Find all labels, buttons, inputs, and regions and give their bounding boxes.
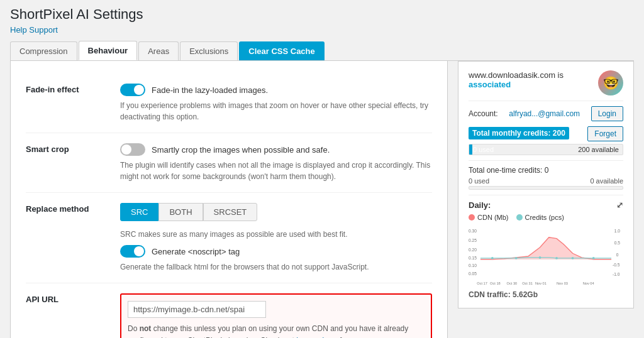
svg-text:0.5: 0.5 [614, 241, 621, 245]
smart-crop-toggle[interactable] [120, 143, 145, 156]
svg-text:Nov 03: Nov 03 [557, 281, 568, 285]
replace-method-row: Replace method SRC BOTH SRCSET SRC makes… [26, 193, 432, 283]
tab-behaviour[interactable]: Behaviour [79, 41, 138, 60]
replace-method-label: Replace method [26, 203, 108, 214]
svg-point-17 [592, 257, 595, 259]
daily-chart: 0.30 0.25 0.20 0.15 0.10 0.05 1.0 0.5 0 … [469, 225, 623, 288]
replace-method-content: SRC BOTH SRCSET SRC makes sure as many i… [120, 203, 432, 273]
svg-point-16 [572, 257, 574, 259]
monthly-credits-bar: 0 used 200 available [469, 144, 623, 155]
svg-text:-1.0: -1.0 [613, 272, 620, 276]
fade-in-label: Fade-in effect [26, 84, 108, 94]
account-row: Account: alfryad...@gmail.com Login [469, 106, 623, 121]
smart-crop-extra-desc: The plugin will identify cases when not … [120, 160, 432, 182]
settings-panel: Fade-in effect Fade-in the lazy-loaded i… [10, 61, 448, 338]
avatar: 🤓 [598, 70, 623, 95]
svg-text:0: 0 [616, 253, 619, 257]
account-email-link[interactable]: alfryad...@gmail.com [509, 109, 580, 118]
svg-text:0.10: 0.10 [469, 263, 477, 268]
api-url-label: API URL [26, 293, 108, 304]
divider-2 [469, 160, 623, 161]
page-title: ShortPixel AI Settings [10, 6, 634, 23]
smart-crop-content: Smartly crop the images when possible an… [120, 143, 432, 182]
monthly-credits-section: Total monthly credits: 200 Forget 0 used… [469, 126, 623, 155]
smart-crop-label: Smart crop [26, 143, 108, 154]
api-url-row: API URL Do not change this unless you pl… [26, 283, 432, 338]
svg-text:0.25: 0.25 [469, 238, 477, 243]
noscript-label: Generate <noscript> tag [152, 247, 240, 256]
onetime-credits-label: Total one-time credits: 0 [469, 166, 623, 175]
smart-crop-row: Smart crop Smartly crop the images when … [26, 133, 432, 193]
fade-in-extra-desc: If you experience problems with images t… [120, 100, 432, 123]
cdn-traffic-label: CDN traffic: [469, 290, 511, 299]
onetime-credits-bar [469, 186, 623, 190]
legend-cdn-dot [469, 214, 475, 221]
divider-1 [469, 101, 623, 101]
svg-text:Oct 30: Oct 30 [507, 281, 518, 285]
legend-cdn: CDN (Mb) [469, 214, 509, 221]
legend-credits-dot [516, 214, 523, 221]
tab-exclusions[interactable]: Exclusions [180, 41, 238, 60]
api-url-content: Do not change this unless you plan on us… [120, 293, 432, 338]
fade-in-row: Fade-in effect Fade-in the lazy-loaded i… [26, 74, 432, 133]
chart-legend: CDN (Mb) Credits (pcs) [469, 214, 623, 221]
smart-crop-main-desc: Smartly crop the images when possible an… [152, 145, 330, 155]
site-status: associated [469, 80, 511, 89]
onetime-used: 0 used [469, 177, 489, 185]
api-url-input[interactable] [128, 301, 266, 318]
legend-credits-label: Credits (pcs) [525, 214, 564, 221]
fade-in-main-desc: Fade-in the lazy-loaded images. [152, 85, 268, 95]
onetime-available: 0 available [590, 177, 623, 185]
noscript-desc: Generate the fallback html for the brows… [120, 261, 432, 273]
expand-chart-icon[interactable]: ⤢ [616, 200, 623, 210]
noscript-toggle[interactable] [120, 245, 145, 258]
monthly-credits-available: 200 available [575, 146, 621, 153]
fade-in-toggle[interactable] [120, 84, 145, 96]
api-url-box: Do not change this unless you plan on us… [120, 293, 432, 338]
login-button[interactable]: Login [591, 106, 623, 121]
fade-in-content: Fade-in the lazy-loaded images. If you e… [120, 84, 432, 123]
account-label: Account: [469, 109, 498, 118]
svg-text:-0.5: -0.5 [613, 263, 620, 267]
site-name: www.downloadasik.com is [469, 70, 564, 80]
replace-method-group: SRC BOTH SRCSET [120, 203, 432, 221]
tabs-bar: Compression Behaviour Areas Exclusions C… [10, 41, 634, 61]
site-info: www.downloadasik.com is associated 🤓 [469, 70, 623, 95]
onetime-credits-section: Total one-time credits: 0 0 used 0 avail… [469, 166, 623, 190]
tab-compression[interactable]: Compression [10, 41, 77, 60]
monthly-credits-used: 0 used [470, 146, 496, 153]
daily-label-text: Daily: [469, 200, 491, 210]
help-support-link[interactable]: Help Support [10, 25, 634, 35]
sidebar: www.downloadasik.com is associated 🤓 Acc… [458, 61, 634, 338]
svg-text:Oct 18: Oct 18 [490, 281, 501, 285]
svg-text:0.05: 0.05 [469, 271, 477, 276]
replace-method-srcset[interactable]: SRCSET [203, 203, 258, 221]
daily-section-header: Daily: ⤢ [469, 200, 623, 210]
forget-button[interactable]: Forget [587, 126, 623, 141]
tab-clear-css-cache[interactable]: Clear CSS Cache [239, 41, 325, 60]
svg-point-15 [555, 257, 558, 259]
svg-point-12 [491, 257, 494, 259]
svg-point-13 [515, 257, 518, 259]
svg-text:Nov 01: Nov 01 [535, 281, 547, 285]
replace-method-both[interactable]: BOTH [158, 203, 203, 221]
replace-method-src[interactable]: SRC [120, 203, 158, 221]
cdn-traffic-value: 5.62Gb [513, 290, 538, 299]
svg-text:0.30: 0.30 [469, 229, 477, 233]
legend-credits: Credits (pcs) [516, 214, 564, 221]
replace-method-src-desc: SRC makes sure as many images as possibl… [120, 229, 432, 240]
legend-cdn-label: CDN (Mb) [477, 214, 509, 221]
svg-text:0.15: 0.15 [469, 256, 477, 260]
svg-text:Nov 04: Nov 04 [583, 281, 594, 285]
api-url-desc: Do not change this unless you plan on us… [128, 323, 425, 338]
svg-text:0.20: 0.20 [469, 248, 477, 252]
chart-svg: 0.30 0.25 0.20 0.15 0.10 0.05 1.0 0.5 0 … [469, 225, 623, 288]
tab-areas[interactable]: Areas [138, 41, 179, 60]
onetime-bar-labels: 0 used 0 available [469, 177, 623, 185]
svg-text:Oct 17: Oct 17 [477, 281, 487, 285]
svg-text:1.0: 1.0 [614, 229, 621, 233]
main-content: Fade-in effect Fade-in the lazy-loaded i… [10, 61, 634, 338]
svg-point-14 [539, 256, 541, 259]
monthly-credits-label: Total monthly credits: 200 [469, 127, 569, 139]
site-name-block: www.downloadasik.com is associated [469, 70, 564, 89]
